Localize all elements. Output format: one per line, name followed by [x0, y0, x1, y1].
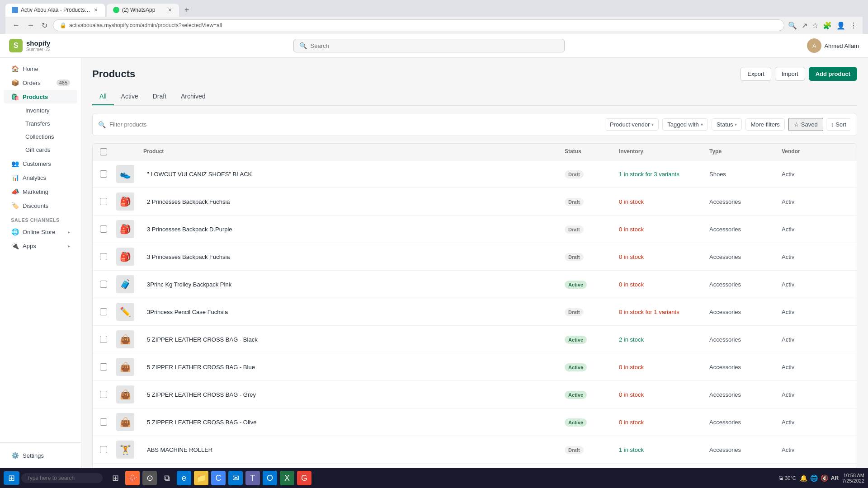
taskbar-app-multitask[interactable]: ⧉: [160, 471, 174, 485]
product-type: Accessories: [709, 281, 782, 288]
taskbar-app-files[interactable]: 📁: [194, 471, 208, 485]
import-button[interactable]: Import: [775, 67, 805, 81]
taskbar-app-edge[interactable]: e: [177, 471, 191, 485]
status-filter-button[interactable]: Status ▾: [712, 118, 742, 131]
nav-icons: 🔍 ↗ ☆ 🧩 👤 ⋮: [788, 21, 857, 30]
tab-2[interactable]: (2) WhatsApp ×: [107, 4, 179, 17]
tab-draft[interactable]: Draft: [146, 88, 174, 105]
row-checkbox[interactable]: [100, 308, 116, 315]
sidebar-item-customers[interactable]: 👥 Customers: [4, 157, 77, 170]
sidebar-item-orders[interactable]: 📦 Orders 465: [4, 76, 77, 89]
extensions-icon-btn[interactable]: 🧩: [823, 21, 832, 30]
taskbar-app-task-view[interactable]: ⊞: [108, 471, 123, 485]
tab-archived[interactable]: Archived: [174, 88, 212, 105]
forward-button[interactable]: →: [25, 20, 36, 30]
sidebar-item-settings[interactable]: ⚙️ Settings: [4, 449, 77, 462]
taskbar-search-input[interactable]: [21, 473, 103, 483]
table-row[interactable]: 🧳 3Princ Kg Trolley Backpack Pink Active…: [93, 271, 857, 298]
row-checkbox[interactable]: [100, 418, 116, 426]
sidebar-item-home[interactable]: 🏠 Home: [4, 62, 77, 75]
profile-icon-btn[interactable]: 👤: [836, 21, 845, 30]
filter-search-input[interactable]: [109, 121, 597, 128]
topbar-search[interactable]: 🔍: [293, 39, 565, 52]
notification-icon[interactable]: 🔔: [800, 474, 807, 482]
menu-icon-btn[interactable]: ⋮: [850, 21, 857, 30]
sidebar-item-giftcards[interactable]: Gift cards: [18, 143, 77, 156]
table-row[interactable]: ✏️ 3Princess Pencil Case Fuchsia Draft 0…: [93, 298, 857, 326]
product-image: 🎒: [116, 220, 134, 238]
sidebar-item-sales-channels[interactable]: 🌐 Online Store ▸: [4, 225, 77, 239]
start-button[interactable]: ⊞: [4, 471, 19, 485]
volume-icon[interactable]: 🔇: [821, 474, 828, 482]
row-checkbox[interactable]: [100, 225, 116, 233]
taskbar-app-outlook[interactable]: O: [263, 471, 277, 485]
row-checkbox[interactable]: [100, 336, 116, 343]
sidebar-item-marketing[interactable]: 📣 Marketing: [4, 185, 77, 198]
product-vendor: Activ: [782, 391, 849, 398]
export-button[interactable]: Export: [741, 67, 771, 81]
product-inventory: 0 in stock: [619, 253, 709, 260]
tab-2-close[interactable]: ×: [167, 6, 173, 14]
add-product-button[interactable]: Add product: [809, 67, 857, 81]
taskbar-app-chrome[interactable]: C: [211, 471, 226, 485]
tagged-filter-button[interactable]: Tagged with ▾: [662, 118, 708, 131]
sidebar-item-inventory[interactable]: Inventory: [18, 104, 77, 117]
row-checkbox[interactable]: [100, 281, 116, 288]
tab-1-close[interactable]: ×: [93, 6, 99, 14]
sidebar-item-products[interactable]: 🛍️ Products: [4, 90, 77, 103]
network-icon[interactable]: 🌐: [810, 474, 818, 482]
shopify-logo[interactable]: S shopify Summer '22: [9, 39, 51, 52]
table-row[interactable]: 🎒 3 Princesses Backpack D.Purple Draft 0…: [93, 216, 857, 243]
bookmark-icon-btn[interactable]: ☆: [812, 21, 818, 30]
taskbar-app-excel[interactable]: X: [280, 471, 294, 485]
sidebar-item-analytics[interactable]: 📊 Analytics: [4, 171, 77, 184]
product-inventory: 2 in stock: [619, 336, 709, 343]
sort-button[interactable]: ↕ Sort: [826, 118, 851, 131]
new-tab-button[interactable]: +: [181, 4, 193, 17]
sidebar-item-apps[interactable]: 🔌 Apps ▸: [4, 239, 77, 253]
table-row[interactable]: 👜 5 ZIPPER LEATHER CROSS BAG - Olive Act…: [93, 408, 857, 436]
taskbar-app-mail[interactable]: ✉: [228, 471, 243, 485]
sidebar-item-discounts[interactable]: 🏷️ Discounts: [4, 199, 77, 212]
taskbar-app-widgets[interactable]: 🪸: [125, 471, 140, 485]
tab-all[interactable]: All: [92, 88, 114, 105]
taskbar-app-chrome2[interactable]: G: [297, 471, 311, 485]
header-checkbox[interactable]: [100, 148, 116, 155]
reload-button[interactable]: ↻: [40, 20, 49, 31]
table-row[interactable]: 👜 5 ZIPPER LEATHER CROSS BAG - Blue Acti…: [93, 353, 857, 381]
row-checkbox[interactable]: [100, 446, 116, 453]
taskbar-clock: 10:58 AM 7/25/2022: [842, 473, 864, 483]
taskbar-app-search[interactable]: ⊙: [142, 471, 157, 485]
back-button[interactable]: ←: [11, 20, 22, 30]
share-icon-btn[interactable]: ↗: [802, 21, 807, 30]
taskbar-right: 🌤 30°C 🔔 🌐 🔇 AR 10:58 AM 7/25/2022: [778, 473, 864, 483]
table-row[interactable]: 🏋️ ABS MACHINE ROLLER Draft 1 in stock A…: [93, 436, 857, 464]
sidebar: 🏠 Home 📦 Orders 465 🛍️ Products Inventor…: [0, 58, 81, 468]
row-checkbox[interactable]: [100, 363, 116, 371]
row-checkbox[interactable]: [100, 391, 116, 398]
table-row[interactable]: 👜 5 ZIPPER LEATHER CROSS BAG - Grey Acti…: [93, 381, 857, 408]
address-bar[interactable]: 🔒 activaboualaa.myshopify.com/admin/prod…: [53, 19, 784, 31]
table-row[interactable]: 🎒 2 Princesses Backpack Fuchsia Draft 0 …: [93, 188, 857, 216]
more-filters-button[interactable]: More filters: [745, 118, 784, 131]
sales-channels-icon: 🌐: [11, 228, 19, 235]
vendor-filter-button[interactable]: Product vendor ▾: [605, 118, 659, 131]
tab-active[interactable]: Active: [114, 88, 146, 105]
topbar-search-input[interactable]: [311, 42, 559, 49]
taskbar-app-teams[interactable]: T: [245, 471, 260, 485]
user-menu[interactable]: A Ahmed Allam: [807, 38, 859, 53]
saved-filter-button[interactable]: ☆ Saved: [788, 118, 823, 131]
row-checkbox[interactable]: [100, 253, 116, 260]
row-checkbox[interactable]: [100, 198, 116, 205]
table-row[interactable]: 🎒 3 Princesses Backpack Fuchsia Draft 0 …: [93, 243, 857, 271]
status-badge: Draft: [565, 198, 584, 206]
tab-1[interactable]: Activ Abou Alaa - Products · Sho… ×: [5, 4, 105, 17]
row-checkbox[interactable]: [100, 170, 116, 178]
search-icon-btn[interactable]: 🔍: [788, 21, 797, 30]
table-row[interactable]: 👜 5 ZIPPER LEATHER CROSS BAG - Black Act…: [93, 326, 857, 353]
sidebar-item-transfers[interactable]: Transfers: [18, 117, 77, 130]
sidebar-item-collections[interactable]: Collections: [18, 130, 77, 143]
table-row[interactable]: 👟 ACTIV AIRFORCE HIGH SNEAKERS - BLACK A…: [93, 464, 857, 468]
table-row[interactable]: 👟 " LOWCUT VULCANIZ SHOES" BLACK Draft 1…: [93, 160, 857, 188]
sidebar-transfers-label: Transfers: [25, 120, 50, 127]
